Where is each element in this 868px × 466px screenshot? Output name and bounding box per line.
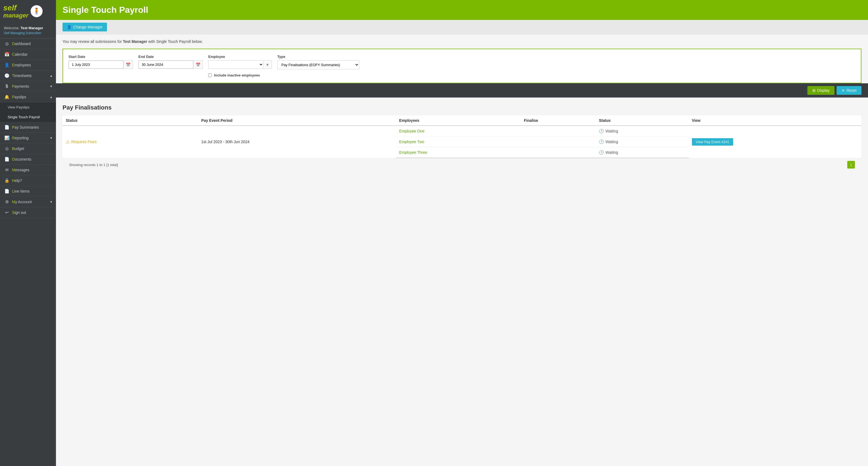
payments-arrow: ▼ <box>50 85 53 88</box>
sidebar-item-view-payslips[interactable]: View Payslips <box>0 103 56 112</box>
reset-icon: ✕ <box>841 88 845 93</box>
sidebar-item-payments[interactable]: $ Payments ▼ <box>0 81 56 92</box>
display-button[interactable]: ⊞ Display <box>807 86 835 95</box>
display-label: Display <box>817 88 830 93</box>
end-date-input[interactable] <box>139 61 193 68</box>
main-content: Single Touch Payroll 👤 Change Manager Yo… <box>56 0 868 466</box>
clock-icon-3: 🕐 <box>599 150 604 155</box>
sidebar-item-payslips[interactable]: 🔔 Payslips ▲ <box>0 92 56 103</box>
documents-icon: 📄 <box>4 157 10 162</box>
reset-button[interactable]: ✕ Reset <box>837 86 862 95</box>
change-manager-icon: 👤 <box>67 25 71 29</box>
sidebar-item-pay-summaries[interactable]: 📄 Pay Summaries <box>0 122 56 133</box>
change-manager-label: Change Manager <box>73 25 103 29</box>
end-date-input-wrap: 📅 <box>138 60 203 69</box>
start-date-label: Start Date <box>68 55 133 59</box>
page-numbers: 1 <box>847 161 855 169</box>
col-finalise: Finalise <box>521 116 596 126</box>
clock-icon-2: 🕐 <box>599 139 604 144</box>
results-section: Pay Finalisations Status Pay Event Perio… <box>56 97 868 178</box>
sidebar-item-line-items[interactable]: 📄 Line Items <box>0 186 56 197</box>
toolbar: 👤 Change Manager <box>56 20 868 34</box>
timesheets-icon: 🕐 <box>4 73 10 78</box>
status-cell-1: 🕐 Waiting <box>596 126 688 137</box>
employee-select-wrap: ▼ <box>208 60 272 69</box>
sidebar-item-employees[interactable]: 👤 Employees <box>0 60 56 70</box>
col-pay-event-period: Pay Event Period <box>198 116 396 126</box>
page-1-button[interactable]: 1 <box>847 161 855 169</box>
header-row: Status Pay Event Period Employees Finali… <box>63 116 862 126</box>
sidebar-item-sign-out[interactable]: ↩ Sign out <box>0 207 56 218</box>
logo-person-icon: 🧍 <box>31 5 42 17</box>
page-title: Single Touch Payroll <box>63 5 862 15</box>
sidebar-item-timesheets[interactable]: 🕐 Timesheets ▲ <box>0 70 56 81</box>
person-icon: 🧍 <box>33 8 40 15</box>
start-date-input-wrap: 📅 <box>68 60 133 69</box>
col-view: View <box>689 116 862 126</box>
finalise-cell-2 <box>521 137 596 147</box>
employee-cell-1: Employee One <box>396 126 521 137</box>
end-date-label: End Date <box>138 55 203 59</box>
employee-select[interactable] <box>209 61 263 68</box>
content-area: 👤 Change Manager You may review all subm… <box>56 20 868 466</box>
single-touch-payroll-label: Single Touch Payroll <box>8 115 40 119</box>
start-date-group: Start Date 📅 <box>68 55 133 69</box>
sidebar-item-my-account[interactable]: ⚙ My Account ▼ <box>0 197 56 207</box>
type-group: Type Pay Finalisations (EOFY Summaries) … <box>277 55 359 69</box>
dashboard-icon: ◎ <box>4 41 10 46</box>
employee-three-link[interactable]: Employee Three <box>399 150 427 155</box>
finalise-cell-3 <box>521 147 596 158</box>
sidebar-item-single-touch-payroll[interactable]: Single Touch Payroll <box>0 112 56 122</box>
subscriber-label: Self Managing Subscriber <box>4 31 52 35</box>
finalise-cell-1 <box>521 126 596 137</box>
logo-manager: manager <box>3 12 28 19</box>
clock-icon-1: 🕐 <box>599 129 604 134</box>
status-cell-2: 🕐 Waiting <box>596 137 688 147</box>
sidebar-item-messages[interactable]: ✉ Messages <box>0 165 56 175</box>
payslips-arrow: ▲ <box>50 95 53 98</box>
sidebar-item-budget[interactable]: ◎ Budget <box>0 143 56 154</box>
filter-section: Start Date 📅 End Date 📅 Employee <box>63 49 862 83</box>
welcome-text: Welcome, Test Manager <box>4 26 52 30</box>
start-date-calendar-icon[interactable]: 📅 <box>123 61 133 68</box>
sidebar-item-calendar[interactable]: 📅 Calendar <box>0 49 56 60</box>
view-payslips-label: View Payslips <box>8 105 29 109</box>
end-date-group: End Date 📅 <box>138 55 203 69</box>
row-status: ⚠ Requires Fixes <box>63 126 198 158</box>
employee-label: Employee <box>208 55 272 59</box>
page-header: Single Touch Payroll <box>56 0 868 20</box>
showing-records: Showing records 1 to 1 [1 total] <box>69 163 118 167</box>
action-bar: ⊞ Display ✕ Reset <box>56 83 868 97</box>
sidebar-item-help[interactable]: 🔒 Help? <box>0 175 56 186</box>
waiting-text-1: Waiting <box>606 129 618 133</box>
status-text: Requires Fixes <box>71 140 97 144</box>
include-inactive-label: Include inactive employees <box>214 73 260 77</box>
end-date-calendar-icon[interactable]: 📅 <box>193 61 203 68</box>
my-account-icon: ⚙ <box>4 199 10 204</box>
view-cell: View Pay Event #241 <box>689 126 862 158</box>
type-select[interactable]: Pay Finalisations (EOFY Summaries) Pay E… <box>277 60 359 69</box>
col-status: Status <box>63 116 198 126</box>
employee-cell-2: Employee Two <box>396 137 521 147</box>
employees-icon: 👤 <box>4 63 10 67</box>
view-pay-event-button[interactable]: View Pay Event #241 <box>692 138 733 146</box>
logo-self: self <box>3 4 28 12</box>
table-body: ⚠ Requires Fixes 1st Jul 2023 - 30th Jun… <box>63 126 862 158</box>
change-manager-button[interactable]: 👤 Change Manager <box>63 23 107 31</box>
employee-two-link[interactable]: Employee Two <box>399 140 424 144</box>
payslips-icon: 🔔 <box>4 94 10 99</box>
timesheets-arrow: ▲ <box>50 74 53 77</box>
sidebar-item-dashboard[interactable]: ◎ Dashboard <box>0 38 56 49</box>
start-date-input[interactable] <box>69 61 123 68</box>
sidebar-item-reporting[interactable]: 📊 Reporting ▼ <box>0 133 56 143</box>
employee-cell-3: Employee Three <box>396 147 521 158</box>
sidebar-item-documents[interactable]: 📄 Documents <box>0 154 56 165</box>
sidebar-user: Welcome, Test Manager Self Managing Subs… <box>0 23 56 38</box>
reporting-icon: 📊 <box>4 136 10 140</box>
payments-icon: $ <box>4 84 10 89</box>
employee-one-link[interactable]: Employee One <box>399 129 425 133</box>
include-inactive-row: Include inactive employees <box>208 73 272 77</box>
employee-dropdown-arrow[interactable]: ▼ <box>263 61 272 68</box>
results-title: Pay Finalisations <box>63 104 862 111</box>
include-inactive-checkbox[interactable] <box>208 74 212 77</box>
